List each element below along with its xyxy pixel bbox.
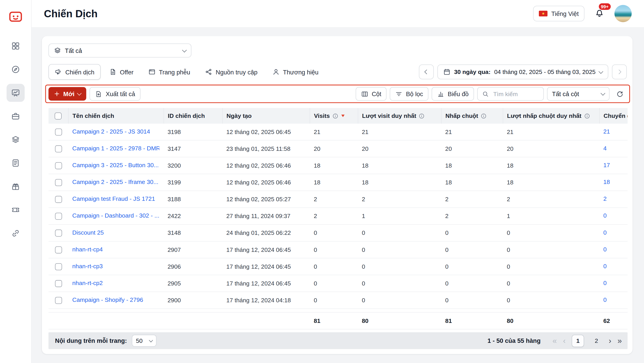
conversions-link[interactable]: 0 (604, 262, 607, 269)
unique-clicks-cell: 18 (502, 157, 599, 174)
select-all-checkbox[interactable] (55, 112, 62, 120)
conversions-link[interactable]: 0 (604, 229, 607, 236)
campaign-name-link[interactable]: Campaign - Shopify - 2796 (72, 296, 143, 303)
all-columns-select[interactable]: Tất cả cột (547, 87, 610, 100)
sidebar-item-ticket[interactable] (6, 201, 25, 219)
sidebar-item-compass[interactable] (6, 60, 25, 78)
tab-brands[interactable]: Thương hiệu (266, 64, 324, 80)
row-checkbox[interactable] (55, 280, 62, 287)
tab-offer[interactable]: Offer (103, 64, 140, 80)
campaign-name-link[interactable]: Campaign 2 - 2025 - JS 3014 (72, 128, 150, 134)
unique-clicks-cell: 0 (502, 292, 599, 308)
tab-campaigns[interactable]: Chiến dịch (48, 64, 100, 80)
info-icon[interactable] (419, 113, 425, 119)
info-icon[interactable] (481, 113, 487, 119)
date-prev-button[interactable] (419, 64, 434, 79)
row-checkbox[interactable] (55, 179, 62, 186)
row-checkbox[interactable] (55, 196, 62, 203)
conversions-link[interactable]: 21 (604, 128, 610, 134)
row-checkbox[interactable] (55, 162, 62, 169)
unique-clicks-cell: 0 (502, 224, 599, 241)
sidebar-item-gift[interactable] (6, 178, 25, 196)
refresh-button[interactable] (613, 87, 627, 100)
campaign-name-link[interactable]: nhan-rt-cp4 (72, 246, 103, 252)
campaign-name-link[interactable]: nhan-rt-cp3 (72, 262, 103, 269)
col-unique-clicks[interactable]: Lượt nhấp chuột duy nhất (507, 112, 582, 119)
col-unique-visits[interactable]: Lượt visit duy nhất (362, 112, 416, 119)
calendar-icon (443, 68, 450, 76)
filter-button[interactable]: Bộ lọc (390, 87, 428, 100)
total-conversions: 62 (599, 312, 628, 329)
row-checkbox[interactable] (55, 128, 62, 135)
new-campaign-button[interactable]: Mới (48, 87, 86, 100)
campaign-name-link[interactable]: Campaign 1 - 2025 - 2978 - DMR (72, 145, 160, 151)
campaign-name-link[interactable]: Campaign test Fraud - JS 1721 (72, 196, 155, 202)
page-button-2[interactable]: 2 (590, 334, 602, 347)
prev-page-button[interactable]: ‹ (563, 337, 566, 345)
date-next-button[interactable] (612, 64, 627, 79)
col-conversions[interactable]: Chuyển đ (604, 112, 628, 119)
chart-button[interactable]: Biểu đồ (432, 87, 474, 100)
language-button[interactable]: ★ Tiếng Việt (533, 6, 584, 22)
col-created-date[interactable]: Ngày tạo (226, 112, 252, 119)
tab-funnel-pages[interactable]: Trang phễu (142, 64, 196, 80)
campaign-name-link[interactable]: Discount 25 (72, 229, 104, 236)
conversions-link[interactable]: 0 (604, 280, 607, 286)
tab-label: Thương hiệu (283, 68, 319, 75)
col-clicks[interactable]: Nhấp chuột (446, 112, 478, 119)
notifications-button[interactable]: 99+ (594, 8, 604, 20)
sidebar-item-layers[interactable] (6, 131, 25, 149)
col-campaign-id[interactable]: ID chiến dịch (168, 112, 205, 119)
last-page-button[interactable]: » (618, 337, 622, 345)
created-date: 12 tháng 02, 2025 06:46 (222, 174, 310, 191)
user-icon (272, 68, 280, 76)
sidebar-item-document[interactable] (6, 154, 25, 172)
table-row: nhan-rt-cp4290717 tháng 12, 2024 06:4500… (48, 241, 628, 258)
campaign-group-select[interactable]: Tất cả (48, 44, 191, 57)
conversions-link[interactable]: 0 (604, 212, 607, 219)
row-checkbox[interactable] (55, 246, 62, 253)
campaign-id: 2422 (163, 208, 222, 224)
tab-traffic-sources[interactable]: Nguồn truy cập (199, 64, 264, 80)
info-icon[interactable] (584, 113, 590, 119)
campaign-name-link[interactable]: Campaign 2 - 2025 - Iframe 30... (72, 178, 158, 185)
date-range-picker[interactable]: 30 ngày qua: 04 tháng 02, 2025 - 05 thán… (437, 64, 608, 79)
conversions-link[interactable]: 2 (604, 196, 607, 202)
row-checkbox[interactable] (55, 263, 62, 270)
first-page-button[interactable]: « (552, 337, 557, 345)
user-avatar[interactable] (614, 5, 632, 22)
columns-button[interactable]: Cột (356, 87, 386, 100)
sidebar-item-briefcase[interactable] (6, 107, 25, 125)
sidebar-item-dashboard[interactable] (6, 37, 25, 55)
campaigns-card: Tất cả Chiến dịchOfferTrang phễuNguồn tr… (42, 36, 632, 354)
campaign-name-link[interactable]: Campaign - Dashboard - 302 - ... (72, 212, 160, 219)
campaign-name-link[interactable]: Campaign 3 - 2025 - Button 30... (72, 162, 159, 168)
next-page-button[interactable]: › (609, 337, 612, 345)
conversions-link[interactable]: 0 (604, 296, 607, 303)
conversions-link[interactable]: 4 (604, 145, 607, 151)
per-page-select[interactable]: 50 (132, 335, 156, 347)
row-checkbox[interactable] (55, 213, 62, 220)
campaign-name-link[interactable]: nhan-rt-cp2 (72, 280, 103, 286)
created-date: 17 tháng 12, 2024 04:18 (222, 292, 310, 308)
conversions-link[interactable]: 0 (604, 246, 607, 252)
conversions-link[interactable]: 18 (604, 178, 610, 185)
sidebar-item-link[interactable] (6, 224, 25, 242)
page-button-1[interactable]: 1 (572, 334, 584, 347)
share-icon (205, 68, 212, 76)
col-visits[interactable]: Visits (314, 112, 330, 119)
sidebar-item-analytics[interactable] (6, 84, 25, 102)
info-icon[interactable] (332, 113, 338, 119)
row-checkbox[interactable] (55, 230, 62, 236)
file-icon (109, 68, 116, 76)
search-input[interactable] (492, 90, 538, 98)
col-campaign-name[interactable]: Tên chiến dịch (72, 112, 114, 119)
row-checkbox[interactable] (55, 297, 62, 304)
conversions-link[interactable]: 17 (604, 162, 610, 168)
row-checkbox[interactable] (55, 146, 62, 152)
table-body-viewport[interactable]: Campaign 2 - 2025 - JS 3014319812 tháng … (48, 124, 628, 312)
sort-desc-icon[interactable] (341, 114, 345, 117)
clicks-cell: 0 (441, 308, 503, 312)
export-all-button[interactable]: Xuất tất cả (90, 87, 140, 100)
app-logo[interactable] (8, 9, 24, 25)
